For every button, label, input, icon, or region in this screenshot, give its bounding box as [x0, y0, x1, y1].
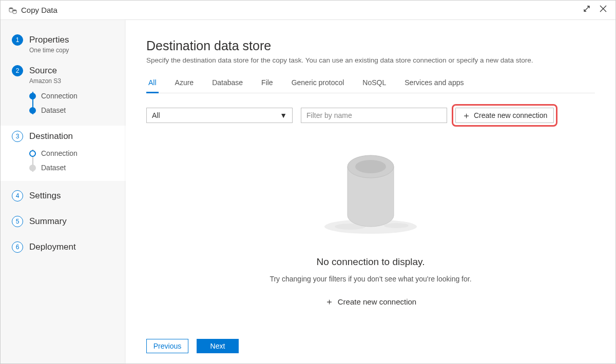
step-number: 6	[12, 241, 23, 253]
page-title: Destination data store	[146, 38, 595, 53]
substep-dot-icon	[29, 150, 36, 157]
tab-file[interactable]: File	[259, 78, 275, 93]
tab-database[interactable]: Database	[210, 78, 245, 93]
step-properties[interactable]: 1 Properties One time copy	[1, 31, 126, 57]
empty-text: Try changing your filters if you don't s…	[270, 275, 471, 283]
step-number: 5	[12, 216, 23, 227]
step-settings[interactable]: 4 Settings	[1, 187, 126, 205]
step-number: 1	[12, 34, 23, 46]
step-deployment[interactable]: 6 Deployment	[1, 238, 126, 256]
database-illustration-icon	[319, 149, 422, 241]
tab-services-apps[interactable]: Services and apps	[402, 78, 466, 93]
tab-all[interactable]: All	[146, 78, 159, 93]
wizard-footer: Previous Next	[146, 334, 595, 353]
chevron-down-icon: ▼	[280, 111, 287, 119]
substep-dataset[interactable]: Dataset	[29, 160, 126, 175]
substep-dataset[interactable]: Dataset	[29, 103, 126, 117]
category-tabs: All Azure Database File Generic protocol…	[146, 78, 595, 93]
step-label: Deployment	[29, 242, 76, 252]
empty-state: No connection to display. Try changing y…	[146, 138, 595, 334]
step-subtitle: One time copy	[29, 47, 126, 54]
substep-dot-icon	[29, 165, 36, 171]
step-summary[interactable]: 5 Summary	[1, 213, 126, 230]
svg-point-0	[9, 7, 13, 9]
page-description: Specify the destination data store for t…	[146, 56, 595, 64]
window-title: Copy Data	[21, 6, 583, 14]
empty-create-connection-button[interactable]: ＋ Create new connection	[325, 297, 416, 306]
previous-button[interactable]: Previous	[146, 339, 188, 353]
tab-nosql[interactable]: NoSQL	[360, 78, 388, 93]
plus-icon: ＋	[325, 297, 334, 306]
svg-point-4	[384, 223, 409, 228]
tab-azure[interactable]: Azure	[173, 78, 196, 93]
dropdown-value: All	[152, 111, 160, 119]
step-subtitle: Amazon S3	[29, 77, 126, 85]
substep-dot-icon	[29, 107, 36, 114]
filter-input[interactable]	[301, 108, 447, 123]
substep-dot-icon	[29, 93, 36, 99]
empty-title: No connection to display.	[317, 256, 425, 268]
step-label: Destination	[29, 131, 73, 141]
svg-point-1	[13, 9, 16, 11]
step-label: Properties	[29, 35, 69, 45]
svg-point-6	[355, 160, 386, 173]
step-label: Summary	[29, 216, 67, 227]
header: Copy Data	[1, 1, 615, 20]
close-icon[interactable]	[599, 5, 607, 15]
type-dropdown[interactable]: All ▼	[146, 108, 293, 123]
plus-icon: ＋	[462, 111, 471, 120]
step-number: 2	[12, 65, 23, 76]
copy-data-icon	[9, 6, 17, 14]
step-label: Source	[29, 66, 57, 76]
step-label: Settings	[29, 191, 61, 201]
main-panel: Destination data store Specify the desti…	[126, 20, 615, 363]
substep-connection[interactable]: Connection	[29, 146, 126, 160]
create-label: Create new connection	[474, 111, 547, 119]
step-source[interactable]: 2 Source Amazon S3 Connection Dataset	[1, 62, 126, 120]
wizard-sidebar: 1 Properties One time copy 2 Source Amaz…	[1, 20, 126, 363]
step-number: 4	[12, 190, 23, 201]
next-button[interactable]: Next	[197, 339, 239, 353]
step-destination[interactable]: 3 Destination Connection Dataset	[1, 126, 126, 181]
expand-icon[interactable]	[583, 5, 591, 15]
substep-connection[interactable]: Connection	[29, 89, 126, 103]
tab-generic-protocol[interactable]: Generic protocol	[290, 78, 346, 93]
step-number: 3	[12, 131, 23, 142]
create-new-connection-button[interactable]: ＋ Create new connection	[455, 108, 554, 123]
